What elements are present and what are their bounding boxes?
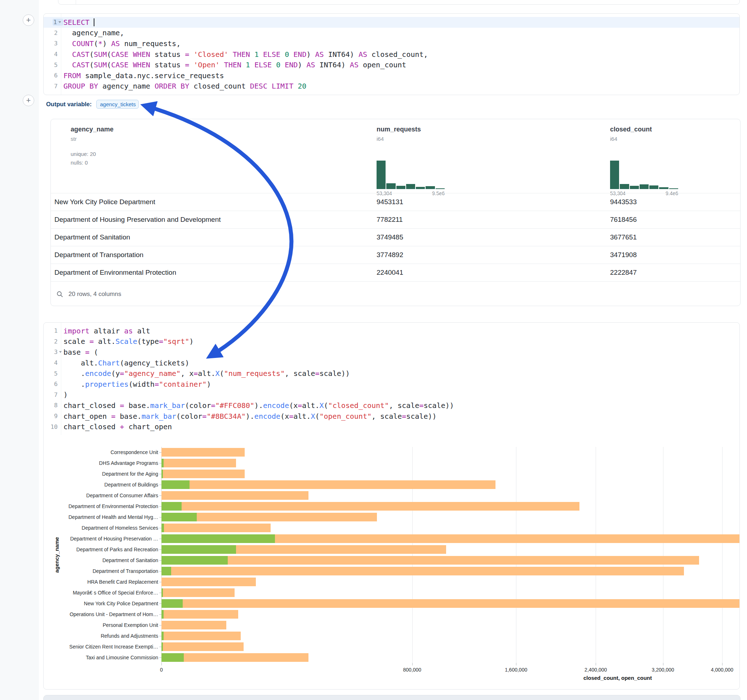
bar-closed-count[interactable] (162, 643, 243, 651)
code-token: WHEN (133, 60, 150, 69)
y-axis-tick (159, 647, 162, 647)
code-token: 'Closed' (194, 50, 228, 59)
bar-open-count[interactable] (162, 523, 164, 532)
chart-bar-row (162, 587, 739, 598)
chart-bar-row (162, 566, 739, 576)
y-axis-label: Refunds and Adjustments (44, 631, 158, 641)
sql-editor[interactable]: 1SELECT 2 agency_name,3 COUNT(*) AS num_… (43, 13, 740, 95)
histogram-bar (610, 161, 619, 189)
bar-closed-count[interactable] (162, 480, 496, 489)
next-cell-fragment[interactable] (43, 695, 741, 700)
code-token: agency_name, (64, 29, 124, 37)
histogram-bar (396, 186, 405, 189)
bar-open-count[interactable] (162, 459, 163, 468)
result-table: agency_name str unique: 20 nulls: 0 num_… (50, 119, 741, 306)
table-cell: 7782211 (377, 211, 403, 228)
column-header-agency-name[interactable]: agency_name (71, 126, 113, 133)
chart-bar-row (162, 544, 739, 555)
code-token: 20 (298, 82, 306, 91)
bar-closed-count[interactable] (162, 632, 241, 640)
column-stat-nulls: nulls: 0 (71, 160, 88, 166)
column-header-closed-count[interactable]: closed_count (610, 126, 652, 133)
code-token: AS (350, 60, 358, 69)
x-axis-tick (596, 663, 596, 665)
code-token: 0 (285, 50, 289, 59)
line-number: 5 (44, 62, 63, 68)
bar-open-count[interactable] (162, 513, 197, 521)
bar-closed-count[interactable] (162, 567, 684, 575)
bar-closed-count[interactable] (162, 491, 308, 500)
output-variable-row: Output variable: agency_tickets (46, 100, 139, 109)
code-token (189, 50, 194, 59)
bar-closed-count[interactable] (162, 599, 740, 608)
bar-closed-count[interactable] (162, 621, 226, 629)
bar-closed-count[interactable] (162, 578, 256, 586)
bar-closed-count[interactable] (162, 459, 236, 468)
column-histogram (610, 161, 678, 189)
bar-closed-count[interactable] (162, 588, 234, 597)
code-token: AS (306, 60, 315, 69)
bar-open-count[interactable] (162, 480, 189, 489)
chart-bar-row (162, 598, 739, 609)
table-cell: 9453131 (377, 193, 403, 211)
column-histogram (377, 161, 445, 189)
bar-open-count[interactable] (162, 567, 171, 575)
bar-open-count[interactable] (162, 653, 184, 662)
bar-open-count[interactable] (162, 502, 181, 511)
search-icon[interactable] (56, 291, 64, 298)
y-axis-label: Department of Housing Preservation … (44, 533, 158, 544)
table-header: agency_name str unique: 20 nulls: 0 num_… (51, 119, 740, 193)
table-body: New York City Police Department945313194… (51, 193, 740, 281)
bar-closed-count[interactable] (162, 523, 271, 532)
y-axis-label: Department of Homeless Services (44, 522, 158, 533)
previous-cell-fragment (58, 0, 740, 5)
code-line[interactable]: 4 CAST(SUM(CASE WHEN status = 'Closed' T… (44, 49, 739, 60)
bar-open-count[interactable] (162, 469, 163, 478)
histogram-bar (406, 184, 415, 189)
bar-open-count[interactable] (162, 599, 183, 608)
code-token: ( (107, 60, 111, 69)
bar-closed-count[interactable] (162, 469, 245, 478)
code-token: CAST (72, 60, 89, 69)
code-token: ORDER BY (154, 82, 189, 91)
code-token: status (150, 50, 185, 59)
code-line[interactable]: 6FROM sample_data.nyc.service_requests (44, 70, 739, 81)
chart-bar-row (162, 490, 739, 501)
code-line[interactable]: 3 COUNT(*) AS num_requests, (44, 38, 739, 49)
code-line[interactable]: 5 CAST(SUM(CASE WHEN status = 'Open' THE… (44, 59, 739, 70)
column-header-num-requests[interactable]: num_requests (377, 126, 421, 133)
code-token (280, 60, 285, 69)
bar-open-count[interactable] (162, 643, 163, 651)
y-axis-label: New York City Police Department (44, 598, 158, 609)
table-cell: 7618456 (610, 211, 637, 228)
code-line[interactable]: 7GROUP BY agency_name ORDER BY closed_co… (44, 81, 739, 92)
code-line[interactable]: 1SELECT (44, 17, 739, 28)
bar-closed-count[interactable] (162, 448, 245, 457)
code-token: ( (89, 60, 94, 69)
bar-closed-count[interactable] (162, 610, 238, 619)
table-cell: Department of Housing Preservation and D… (54, 211, 221, 228)
table-cell: Department of Sanitation (54, 229, 130, 246)
bar-open-count[interactable] (162, 588, 163, 597)
bar-closed-count[interactable] (162, 556, 699, 564)
code-token: DESC (250, 82, 268, 91)
bar-closed-count[interactable] (162, 502, 579, 511)
y-axis-tick (159, 506, 162, 507)
output-variable-pill[interactable]: agency_tickets (96, 100, 139, 109)
y-axis-label: Senior Citizen Rent Increase Exempti… (44, 641, 158, 652)
code-token: COUNT (72, 39, 94, 48)
bar-open-count[interactable] (162, 534, 275, 543)
chart-bar-row (162, 447, 739, 458)
code-token (64, 39, 72, 48)
bar-open-count[interactable] (162, 610, 163, 619)
code-line[interactable]: 2 agency_name, (44, 28, 739, 39)
add-cell-button[interactable]: + (23, 14, 34, 26)
y-axis-label: Department for the Aging (44, 468, 158, 479)
bar-open-count[interactable] (162, 556, 228, 564)
column-type: str (71, 136, 77, 142)
bar-open-count[interactable] (162, 545, 236, 554)
bar-open-count[interactable] (162, 632, 163, 640)
add-cell-button[interactable]: + (23, 95, 34, 106)
table-cell: 2222847 (610, 264, 637, 281)
table-cell: 3749485 (377, 229, 403, 246)
